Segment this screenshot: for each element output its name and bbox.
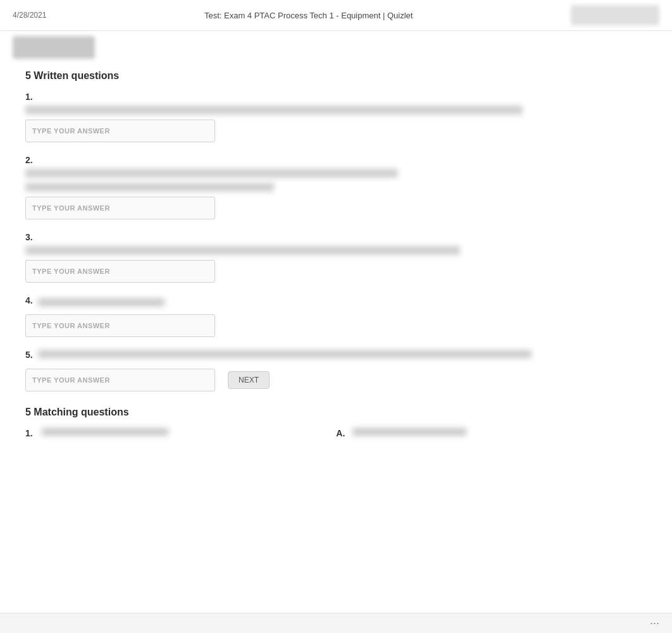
question-text-4	[38, 298, 165, 306]
answer-placeholder-1: TYPE YOUR ANSWER	[32, 127, 110, 135]
question-block-5: 5. TYPE YOUR ANSWER NEXT	[25, 350, 647, 391]
answer-placeholder-4: TYPE YOUR ANSWER	[32, 322, 110, 329]
matching-section-title: 5 Matching questions	[25, 407, 647, 418]
answer-placeholder-2: TYPE YOUR ANSWER	[32, 204, 110, 212]
answer-input-5[interactable]: TYPE YOUR ANSWER	[25, 369, 215, 391]
matching-left-1: 1.	[25, 428, 323, 438]
header-row	[0, 31, 672, 64]
top-right-button[interactable]	[571, 5, 659, 25]
matching-definition-A	[352, 428, 466, 436]
question-text-3	[25, 246, 460, 255]
answer-placeholder-5: TYPE YOUR ANSWER	[32, 376, 110, 384]
answer-input-2[interactable]: TYPE YOUR ANSWER	[25, 197, 215, 219]
matching-section: 1. A.	[25, 428, 647, 438]
written-section-title: 5 Written questions	[25, 70, 647, 82]
main-content: 5 Written questions 1. TYPE YOUR ANSWER …	[0, 64, 672, 474]
question-block-3: 3. TYPE YOUR ANSWER	[25, 232, 647, 283]
question-block-4: 4. TYPE YOUR ANSWER	[25, 295, 647, 337]
question-number-2: 2.	[25, 155, 647, 165]
question-text-1	[25, 106, 523, 114]
answer-input-1[interactable]: TYPE YOUR ANSWER	[25, 120, 215, 142]
matching-letter-A: A.	[336, 428, 349, 438]
question-number-3: 3.	[25, 232, 647, 242]
matching-term-1	[42, 428, 168, 436]
logo	[13, 36, 95, 59]
page-date: 4/28/2021	[13, 11, 46, 20]
question-number-5: 5.	[25, 350, 33, 360]
question-block-2: 2. TYPE YOUR ANSWER	[25, 155, 647, 219]
question-text-5	[38, 350, 532, 358]
page-title: Test: Exam 4 PTAC Process Tech 1 - Equip…	[204, 11, 413, 20]
answer-input-3[interactable]: TYPE YOUR ANSWER	[25, 260, 215, 283]
question-text-2b	[25, 183, 274, 192]
next-button[interactable]: NEXT	[228, 371, 270, 389]
question-block-1: 1. TYPE YOUR ANSWER	[25, 92, 647, 142]
answer-placeholder-3: TYPE YOUR ANSWER	[32, 267, 110, 275]
question-text-2	[25, 169, 398, 178]
matching-row-1: 1. A.	[25, 428, 647, 438]
matching-right-1: A.	[336, 428, 634, 438]
answer-input-4[interactable]: TYPE YOUR ANSWER	[25, 314, 215, 337]
question-number-4: 4.	[25, 295, 33, 305]
top-bar: 4/28/2021 Test: Exam 4 PTAC Process Tech…	[0, 0, 672, 31]
question-number-1: 1.	[25, 92, 647, 102]
matching-number-1: 1.	[25, 428, 38, 438]
